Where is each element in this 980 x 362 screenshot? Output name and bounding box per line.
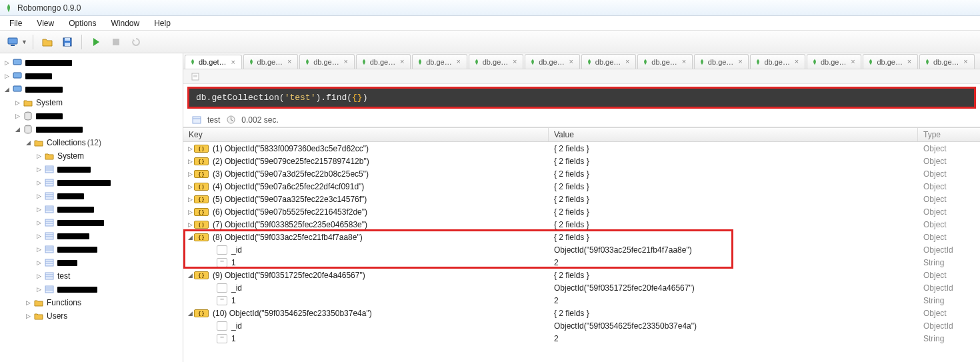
expand-icon[interactable]: ▷ xyxy=(35,273,43,279)
expand-icon[interactable]: ▷ xyxy=(186,196,194,203)
header-type[interactable]: Type xyxy=(918,128,980,141)
run-button[interactable] xyxy=(87,33,105,51)
save-button[interactable] xyxy=(59,33,76,51)
editor-tab[interactable]: db.ge…× xyxy=(525,54,580,69)
collapse-icon[interactable]: ◢ xyxy=(24,139,32,146)
editor-tab[interactable]: db.ge…× xyxy=(863,54,918,69)
expand-icon[interactable]: ▷ xyxy=(24,299,32,306)
result-document-row[interactable]: ▷{ }(1) ObjectId("5833f0097360ed3c5e7d62… xyxy=(183,142,980,155)
expand-icon[interactable]: ▷ xyxy=(35,206,43,213)
expand-icon[interactable]: ▷ xyxy=(3,73,11,79)
editor-tabstrip[interactable]: db.get…×db.ge…×db.ge…×db.ge…×db.ge…×db.g… xyxy=(183,53,980,69)
expand-icon[interactable]: ▷ xyxy=(186,158,194,165)
tab-close-icon[interactable]: × xyxy=(455,58,463,66)
tab-close-icon[interactable]: × xyxy=(793,58,801,66)
expand-icon[interactable]: ▷ xyxy=(35,259,43,266)
result-document-row[interactable]: ◢{ }(10) ObjectId("59f0354625fec23350b37… xyxy=(183,307,980,319)
result-document-row[interactable]: ▷{ }(3) ObjectId("59e07a3d25fec22b08c25e… xyxy=(183,167,980,180)
expand-icon[interactable]: ▷ xyxy=(186,209,194,215)
tab-close-icon[interactable]: × xyxy=(285,58,293,66)
collapse-icon[interactable]: ◢ xyxy=(186,310,194,317)
expand-icon[interactable]: ▷ xyxy=(3,59,11,66)
editor-tab[interactable]: db.ge…× xyxy=(637,54,693,69)
result-field-row[interactable]: ▷_idObjectId("59f0351725fec20fe4a46567")… xyxy=(183,281,980,294)
tree-functions[interactable]: ▷ Functions xyxy=(0,296,183,309)
header-key[interactable]: Key xyxy=(183,128,549,141)
expand-icon[interactable]: ▷ xyxy=(186,221,194,228)
tree-collection-item[interactable]: ▷ xyxy=(0,229,183,243)
collapse-icon[interactable]: ◢ xyxy=(186,272,194,279)
results-grid[interactable]: ▷{ }(1) ObjectId("5833f0097360ed3c5e7d62… xyxy=(183,142,980,362)
tree-collection-item[interactable]: ▷ xyxy=(0,189,183,203)
expand-icon[interactable]: ▷ xyxy=(35,153,43,159)
tree-collection-item[interactable]: ▷ xyxy=(0,176,183,189)
tab-close-icon[interactable]: × xyxy=(398,58,406,66)
editor-tab[interactable]: db.ge…× xyxy=(919,54,975,69)
menu-file[interactable]: File xyxy=(3,17,29,29)
editor-tab[interactable]: db.ge…× xyxy=(750,54,805,69)
expand-icon[interactable]: ▷ xyxy=(186,145,194,152)
editor-tab[interactable]: db.ge…× xyxy=(299,54,355,69)
result-field-row[interactable]: ▷""12String xyxy=(183,332,980,345)
expand-icon[interactable]: ▷ xyxy=(35,166,43,173)
open-button[interactable] xyxy=(39,33,56,51)
tab-close-icon[interactable]: × xyxy=(229,58,237,66)
result-document-row[interactable]: ▷{ }(6) ObjectId("59e07b5525fec2216453f2… xyxy=(183,205,980,218)
tree-db-main[interactable]: ◢ xyxy=(0,123,183,136)
editor-tab[interactable]: db.ge…× xyxy=(807,54,862,69)
result-document-row[interactable]: ▷{ }(7) ObjectId("59f0338525fec235e04658… xyxy=(183,218,980,231)
expand-icon[interactable]: ▷ xyxy=(35,233,43,239)
editor-tab[interactable]: db.ge…× xyxy=(469,54,524,69)
tree-collection-item[interactable]: ▷ xyxy=(0,203,183,216)
tree-connection-3[interactable]: ◢ xyxy=(0,83,183,96)
result-document-row[interactable]: ◢{ }(9) ObjectId("59f0351725fec20fe4a465… xyxy=(183,269,980,281)
result-field-row[interactable]: ▷_idObjectId("59f033ac25fec21fb4f7aa8e")… xyxy=(183,243,980,256)
tab-close-icon[interactable]: × xyxy=(567,58,575,66)
editor-tab[interactable]: db.ge…× xyxy=(581,54,637,69)
tab-close-icon[interactable]: × xyxy=(680,58,688,66)
menu-window[interactable]: Window xyxy=(105,17,147,29)
result-field-row[interactable]: ▷""12String xyxy=(183,294,980,307)
result-document-row[interactable]: ▷{ }(5) ObjectId("59e07aa325fec22e3c1457… xyxy=(183,193,980,205)
menu-help[interactable]: Help xyxy=(147,17,177,29)
expand-icon[interactable]: ▷ xyxy=(35,179,43,186)
tab-close-icon[interactable]: × xyxy=(849,58,857,66)
result-document-row[interactable]: ▷{ }(4) ObjectId("59e07a6c25fec22df4cf09… xyxy=(183,180,980,193)
tree-collections-system[interactable]: ▷ System xyxy=(0,149,183,163)
tree-connection-1[interactable]: ▷ xyxy=(0,56,183,69)
connections-tree[interactable]: ▷ ▷ ◢ ▷ System xyxy=(0,53,183,362)
collapse-icon[interactable]: ◢ xyxy=(3,86,11,93)
collapse-icon[interactable]: ◢ xyxy=(13,126,21,133)
expand-icon[interactable]: ▷ xyxy=(186,171,194,177)
editor-tab[interactable]: db.ge…× xyxy=(412,54,467,69)
tab-close-icon[interactable]: × xyxy=(736,58,744,66)
expand-icon[interactable]: ▷ xyxy=(35,246,43,253)
expand-icon[interactable]: ▷ xyxy=(13,99,21,106)
tree-collection-item[interactable]: ▷ xyxy=(0,283,183,296)
expand-icon[interactable]: ▷ xyxy=(24,313,32,319)
header-value[interactable]: Value xyxy=(549,128,918,141)
tree-collection-item[interactable]: ▷ xyxy=(0,163,183,176)
collapse-icon[interactable]: ◢ xyxy=(186,234,194,241)
result-field-row[interactable]: ▷""12String xyxy=(183,256,980,269)
query-editor[interactable]: db.getCollection('test').find({}) xyxy=(189,89,974,107)
tree-db-cylinder-1[interactable]: ▷ xyxy=(0,109,183,123)
tree-collections[interactable]: ◢ Collections (12) xyxy=(0,136,183,149)
tab-close-icon[interactable]: × xyxy=(962,58,970,66)
expand-icon[interactable]: ▷ xyxy=(35,193,43,199)
expand-icon[interactable]: ▷ xyxy=(35,219,43,226)
tree-collection-item[interactable]: ▷ xyxy=(0,216,183,229)
tab-close-icon[interactable]: × xyxy=(905,58,913,66)
editor-tab[interactable]: db.ge…× xyxy=(694,54,749,69)
tree-collection-item[interactable]: ▷ xyxy=(0,243,183,256)
editor-tab[interactable]: db.get…× xyxy=(185,55,242,69)
tab-close-icon[interactable]: × xyxy=(342,58,350,66)
menu-options[interactable]: Options xyxy=(62,17,103,29)
tree-db-system[interactable]: ▷ System xyxy=(0,96,183,109)
result-document-row[interactable]: ▷{ }(2) ObjectId("59e079ce25fec215789741… xyxy=(183,155,980,167)
tree-collection-item[interactable]: ▷ xyxy=(0,256,183,269)
tab-close-icon[interactable]: × xyxy=(623,58,631,66)
result-document-row[interactable]: ◢{ }(8) ObjectId("59f033ac25fec21fb4f7aa… xyxy=(183,231,980,243)
dropdown-arrow-icon[interactable]: ▼ xyxy=(21,39,27,45)
connect-button[interactable] xyxy=(4,33,21,51)
